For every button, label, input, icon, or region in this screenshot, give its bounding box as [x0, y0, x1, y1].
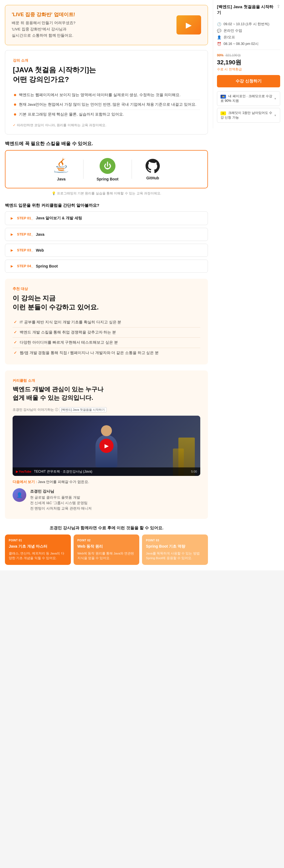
rec-list: IT 공부를 제반 지식 없이 개발 기초를 확실히 다지고 싶은 분 백엔드 …	[12, 317, 200, 358]
skill-divider-1	[83, 160, 84, 179]
instructor-info: 조경민 강사님 현 글로벌 클라우드 플랫폼 개발 전 신세계 I&C '그룹시…	[30, 488, 92, 511]
step-title-2: Java	[36, 232, 44, 237]
sidebar-duration-row: ⏰ 08.16 ~ 08.30 pm 02시	[217, 42, 280, 46]
step-item-1[interactable]: ▶ STEP 01_ Java 알아보기 & 개발 세팅	[5, 211, 208, 225]
person-head	[101, 425, 112, 436]
skills-heading: 백엔드에 꼭 필요한 스킬을 배울 수 있어요.	[5, 141, 208, 147]
step-item-3[interactable]: ▶ STEP 03_ Web	[5, 244, 208, 257]
payment-option-1[interactable]: 💳 내 페이포인 · 크레딧으로 수강료 90% 지원 ▼	[217, 91, 280, 106]
java-icon	[53, 157, 70, 175]
step-title-3: Web	[36, 248, 44, 252]
sidebar-title: [백엔드] Java 첫걸음을 시작하기	[217, 4, 277, 16]
skill-github: GitHub	[145, 158, 160, 180]
kakao-icon: K	[221, 112, 226, 115]
rec-item-1: IT 공부를 제반 지식 없이 개발 기초를 확실히 다지고 싶은 분	[12, 317, 200, 328]
springboot-icon: ⏻	[99, 157, 116, 175]
play-button[interactable]: ▶	[99, 439, 114, 453]
feature-item-3: 기본 프로그래밍 문제 핵심은 물론, 실습까지 포함하고 있어요.	[13, 110, 200, 119]
curriculum-detail-section: 커리큘럼 소개 백엔드 개발에 관심이 있는 누구나 쉽게 배울 수 있는 강의…	[5, 370, 208, 519]
sidebar-original-price: 90% 321,190원	[217, 53, 280, 58]
point-desc-1: 클래스, 연산자, 예외처리 등 Java의 다양한 기초 개념을 익힐 수 있…	[9, 551, 67, 561]
skill-java-label: Java	[57, 177, 65, 181]
point-badge-1: POINT 01	[9, 539, 67, 542]
skill-springboot: ⏻ Spring Boot	[97, 157, 119, 181]
step-arrow-4: ▶	[11, 264, 13, 268]
point-badge-3: POINT 03	[146, 539, 204, 542]
step-title-4: Spring Boot	[36, 264, 58, 268]
point-card-2: POINT 02 Web 동작 원리 Web에 동작 원리를 통해 Java와 …	[73, 534, 139, 565]
instructor-desc-1: 현 글로벌 클라우드 플랫폼 개발	[30, 495, 92, 500]
step-label-2: STEP 02_	[17, 232, 33, 236]
curri-label: 커리큘럼 소개	[12, 378, 200, 383]
point-card-1: POINT 01 Java 기초 개념 마스터 클래스, 연산자, 예외처리 등…	[5, 534, 71, 565]
payment-option-2[interactable]: K 크레딧이 1원만 남아있어도 수강 신청 가능 ▼	[217, 108, 280, 123]
intro-label: 강의 소개	[13, 58, 200, 63]
feature-list: 백엔드는 웹페이지에서 보이지 않는 영역에서 데이터를 실제로이 생성, 수정…	[13, 90, 200, 119]
banner-title: 'LIVE 집중 강화반' 업데이트!	[12, 11, 75, 18]
video-source-label: ▶ YouTube TECHIT 큰무트랙 · 조경민강사님 (Java)	[16, 469, 92, 474]
banner-desc: 배운 뒤 응용해서 만들기 어려우셨죠? 'LIVE 집중 강화반'에서 강사님…	[12, 20, 75, 39]
feature-item-1: 백엔드는 웹페이지에서 보이지 않는 영역에서 데이터를 실제로이 생성, 수정…	[13, 90, 200, 100]
duration-icon: ⏰	[217, 42, 221, 46]
feature-item-2: 현재 Java언어는 현업에서 가장 많이 있는 언어인 반면, 많은 국내 기…	[13, 100, 200, 110]
point-title-2: Web 동작 원리	[77, 544, 136, 549]
skill-github-label: GitHub	[146, 176, 159, 180]
point-badge-2: POINT 02	[77, 539, 136, 542]
step-label-3: STEP 03_	[17, 248, 33, 252]
curri-title: 백엔드 개발에 관심이 있는 누구나 쉽게 배울 수 있는 강의입니다.	[12, 385, 200, 402]
share-icon[interactable]: ⇪	[277, 4, 280, 9]
sidebar-header: [백엔드] Java 첫걸음을 시작하기 ⇪	[217, 4, 280, 19]
intro-section: 강의 소개 [JAVA 첫걸음 시작하기]는 어떤 강의인가요? 백엔드는 웹페…	[5, 50, 208, 134]
instructor-desc-2: 전 신세계 I&C '그룹시 시스템 운영팀	[30, 500, 92, 506]
instructor-desc-3: 전 멘텅이 사처처럼 교육 관련자 매니저	[30, 506, 92, 511]
point-desc-3: Java를 뚝뚝하게 사용할 수 있는 방법 Spring Boot에 응용할 …	[146, 551, 204, 561]
step-label-1: STEP 01_	[17, 216, 33, 220]
classsize-icon: 👤	[217, 35, 221, 39]
sidebar-classsize: 온/오프	[224, 35, 235, 40]
skill-java: Java	[53, 157, 70, 181]
step-arrow-3: ▶	[11, 248, 13, 252]
instructor-row: 👤 조경민 강사님 현 글로벌 클라우드 플랫폼 개발 전 신세계 I&C '그…	[12, 488, 200, 511]
card-icon: 💳	[221, 95, 226, 99]
schedule-icon: 🕐	[217, 22, 221, 26]
point-title-3: Spring Boot 기초 역량	[146, 544, 204, 549]
rec-item-2: 백엔드 개발 스킬을 통해 취업 경쟁력을 갖추고자 하는 분	[12, 328, 200, 338]
skills-box: Java ⏻ Spring Boot GitHub	[5, 150, 208, 188]
step-label-4: STEP 04_	[17, 264, 33, 268]
step-item-2[interactable]: ▶ STEP 02_ Java	[5, 228, 208, 241]
sidebar: [백엔드] Java 첫걸음을 시작하기 ⇪ 🕐 09.02 ~ 10.13 (…	[213, 0, 284, 128]
skill-springboot-label: Spring Boot	[97, 177, 119, 181]
discount-pct: 90%	[217, 53, 224, 57]
point-desc-2: Web에 동작 원리를 통해 Java와 연관된 지식을 얻을 수 있어요.	[77, 551, 136, 561]
intro-note: 따라만하면 코딩이 아니라, 원리를 이해하는 교육 과정이에요.	[13, 123, 200, 128]
chevron-icon-1: ▼	[274, 97, 277, 100]
video-caption: 다음에서 보기 : Java 언어를 피해갈 수가 없든요.	[12, 480, 200, 485]
banner-image: ▶	[177, 16, 201, 34]
point-card-3: POINT 03 Spring Boot 기초 역량 Java를 뚝뚝하게 사용…	[142, 534, 208, 565]
sidebar-price: 32,190원	[217, 58, 280, 66]
step-item-4[interactable]: ▶ STEP 04_ Spring Boot	[5, 259, 208, 273]
banner-section: 'LIVE 집중 강화반' 업데이트! 배운 뒤 응용해서 만들기 어려우셨죠?…	[5, 5, 208, 45]
instructor-avatar: 👤	[12, 488, 26, 502]
step-title-1: Java 알아보기 & 개발 세팅	[36, 216, 82, 221]
course-badge: [백엔드] Java 첫걸음을 시작하기	[59, 407, 107, 412]
sidebar-divider	[217, 50, 280, 50]
instructor-name: 조경민 강사님	[30, 488, 92, 494]
chevron-icon-2: ▼	[274, 114, 277, 117]
recommendation-section: 추천 대상 이 강의는 지금 이런 분들이 수강하고 있어요. IT 공부를 제…	[5, 279, 208, 365]
instructor-note: 조경민 강사님이 이야기하는 ⓘ [백엔드] Java 첫걸음을 시작하기	[12, 407, 200, 412]
enroll-button[interactable]: 수강 신청하기	[217, 75, 280, 87]
rec-label: 추천 대상	[12, 286, 200, 291]
sidebar-schedule: 09.02 ~ 10.13 (1주 시 한번씩)	[224, 22, 270, 27]
rec-item-3: 다양한 아이디어를 빠르게 구현해서 테스트해보고 싶은 분	[12, 338, 200, 348]
point-title-1: Java 기초 개념 마스터	[9, 544, 67, 549]
intro-title: [JAVA 첫걸음 시작하기]는 어떤 강의인가요?	[13, 65, 200, 84]
payment-label-2: 크레딧이 1원만 남아있어도 수강 신청 가능	[221, 111, 272, 119]
youtube-logo: ▶ YouTube	[16, 470, 31, 473]
sidebar-price-note: 수료 시 전액환급	[217, 67, 280, 72]
video-duration: 5:00	[191, 470, 197, 473]
sidebar-enrollment-row: 💬 온라인 수업	[217, 29, 280, 33]
video-thumbnail[interactable]: ▶ ▶ YouTube TECHIT 큰무트랙 · 조경민강사님 (Java) …	[12, 416, 200, 476]
banner-text: 'LIVE 집중 강화반' 업데이트! 배운 뒤 응용해서 만들기 어려우셨죠?…	[12, 11, 75, 39]
video-label-bar: ▶ YouTube TECHIT 큰무트랙 · 조경민강사님 (Java) 5:…	[12, 467, 200, 476]
